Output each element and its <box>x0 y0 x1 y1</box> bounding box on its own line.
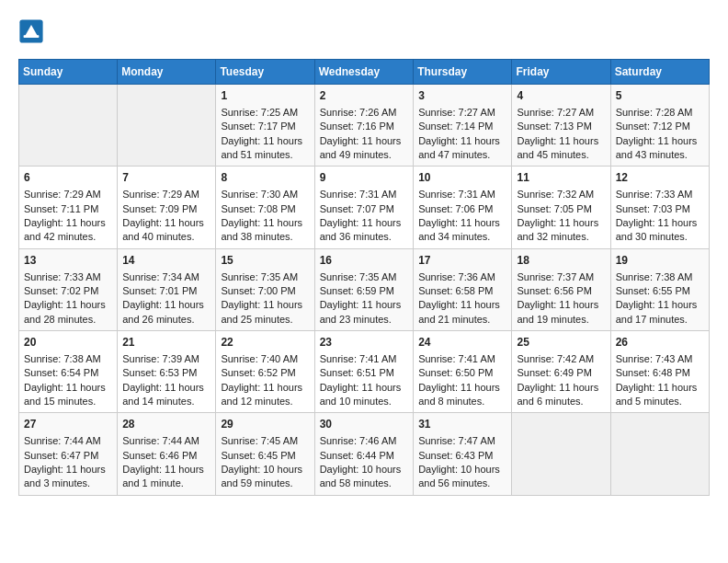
day-info-line: Sunrise: 7:43 AM <box>616 352 704 366</box>
day-number: 7 <box>122 170 210 186</box>
day-info-line: Daylight: 11 hours and 40 minutes. <box>122 216 210 245</box>
day-info-line: Sunrise: 7:35 AM <box>320 270 409 284</box>
day-info-line: Daylight: 11 hours and 15 minutes. <box>24 381 112 409</box>
day-info-line: Sunrise: 7:27 AM <box>517 106 605 120</box>
day-info-line: Daylight: 11 hours and 36 minutes. <box>320 216 409 245</box>
day-of-week-header: Sunday <box>19 60 118 85</box>
day-info-line: Sunset: 6:51 PM <box>320 366 409 380</box>
day-info-line: Daylight: 11 hours and 10 minutes. <box>320 381 409 409</box>
day-info-line: Sunrise: 7:28 AM <box>616 106 704 120</box>
day-info-line: Sunset: 7:16 PM <box>320 120 409 133</box>
day-info-line: Sunset: 6:52 PM <box>221 366 309 380</box>
day-of-week-header: Friday <box>512 60 610 85</box>
day-number: 26 <box>616 335 704 350</box>
day-info-line: Daylight: 11 hours and 23 minutes. <box>320 298 409 327</box>
day-info-line: Sunrise: 7:30 AM <box>221 188 309 201</box>
calendar-day-cell: 31Sunrise: 7:47 AMSunset: 6:43 PMDayligh… <box>414 413 512 495</box>
day-number: 10 <box>418 170 506 186</box>
day-number: 20 <box>24 335 112 350</box>
day-info-line: Sunset: 6:50 PM <box>418 366 506 380</box>
day-info-line: Sunrise: 7:44 AM <box>24 434 112 448</box>
day-info-line: Daylight: 11 hours and 42 minutes. <box>24 216 112 245</box>
day-number: 1 <box>221 88 309 104</box>
svg-rect-2 <box>24 35 40 38</box>
day-info-line: Sunrise: 7:42 AM <box>517 352 605 366</box>
day-number: 17 <box>418 253 506 269</box>
day-info-line: Sunset: 6:49 PM <box>517 366 605 380</box>
calendar-header: SundayMondayTuesdayWednesdayThursdayFrid… <box>19 60 710 85</box>
day-info-line: Sunset: 6:53 PM <box>122 366 210 380</box>
day-info-line: Sunset: 7:17 PM <box>221 120 309 133</box>
day-info-line: Sunrise: 7:29 AM <box>24 188 112 201</box>
calendar-day-cell <box>19 85 118 167</box>
calendar-day-cell: 24Sunrise: 7:41 AMSunset: 6:50 PMDayligh… <box>414 331 512 413</box>
day-info-line: Sunset: 7:05 PM <box>517 202 605 216</box>
day-number: 29 <box>221 417 309 432</box>
day-number: 28 <box>122 417 210 432</box>
calendar-day-cell: 9Sunrise: 7:31 AMSunset: 7:07 PMDaylight… <box>314 167 414 248</box>
day-number: 9 <box>320 170 409 186</box>
day-info-line: Sunrise: 7:32 AM <box>517 188 605 201</box>
day-number: 4 <box>517 88 605 104</box>
day-info-line: Sunrise: 7:31 AM <box>320 188 409 201</box>
day-info-line: Daylight: 11 hours and 28 minutes. <box>24 298 112 327</box>
day-number: 3 <box>418 88 506 104</box>
day-info-line: Daylight: 11 hours and 26 minutes. <box>122 298 210 327</box>
day-info-line: Sunset: 7:13 PM <box>517 120 605 133</box>
day-info-line: Daylight: 11 hours and 19 minutes. <box>517 298 605 327</box>
day-number: 6 <box>24 170 112 186</box>
calendar-day-cell <box>118 85 216 167</box>
day-info-line: Sunrise: 7:40 AM <box>221 352 309 366</box>
day-info-line: Sunset: 6:47 PM <box>24 449 112 463</box>
calendar-day-cell: 8Sunrise: 7:30 AMSunset: 7:08 PMDaylight… <box>216 167 314 248</box>
day-number: 31 <box>418 417 506 432</box>
day-info-line: Daylight: 11 hours and 1 minute. <box>122 463 210 491</box>
calendar-day-cell: 7Sunrise: 7:29 AMSunset: 7:09 PMDaylight… <box>118 167 216 248</box>
day-info-line: Sunset: 6:45 PM <box>221 449 309 463</box>
calendar-body: 1Sunrise: 7:25 AMSunset: 7:17 PMDaylight… <box>19 85 710 496</box>
calendar-day-cell: 12Sunrise: 7:33 AMSunset: 7:03 PMDayligh… <box>610 167 709 248</box>
calendar-day-cell: 2Sunrise: 7:26 AMSunset: 7:16 PMDaylight… <box>314 85 414 167</box>
calendar-week-row: 20Sunrise: 7:38 AMSunset: 6:54 PMDayligh… <box>19 331 710 413</box>
calendar-day-cell: 30Sunrise: 7:46 AMSunset: 6:44 PMDayligh… <box>314 413 414 495</box>
day-info-line: Sunrise: 7:35 AM <box>221 270 309 284</box>
calendar-day-cell <box>610 413 709 495</box>
day-info-line: Sunrise: 7:37 AM <box>517 270 605 284</box>
day-info-line: Sunset: 6:56 PM <box>517 284 605 298</box>
calendar-day-cell: 19Sunrise: 7:38 AMSunset: 6:55 PMDayligh… <box>610 248 709 330</box>
day-info-line: Daylight: 11 hours and 5 minutes. <box>616 381 704 409</box>
day-info-line: Sunrise: 7:36 AM <box>418 270 506 284</box>
day-number: 18 <box>517 253 605 269</box>
day-info-line: Sunrise: 7:46 AM <box>320 434 409 448</box>
day-info-line: Sunrise: 7:25 AM <box>221 106 309 120</box>
day-info-line: Sunset: 7:06 PM <box>418 202 506 216</box>
calendar-day-cell: 6Sunrise: 7:29 AMSunset: 7:11 PMDaylight… <box>19 167 118 248</box>
day-info-line: Sunrise: 7:38 AM <box>24 352 112 366</box>
calendar-day-cell: 22Sunrise: 7:40 AMSunset: 6:52 PMDayligh… <box>216 331 314 413</box>
day-info-line: Sunset: 6:48 PM <box>616 366 704 380</box>
day-info-line: Sunset: 7:11 PM <box>24 202 112 216</box>
day-number: 12 <box>616 170 704 186</box>
day-number: 27 <box>24 417 112 432</box>
day-number: 19 <box>616 253 704 269</box>
day-info-line: Sunset: 6:46 PM <box>122 449 210 463</box>
calendar-day-cell: 10Sunrise: 7:31 AMSunset: 7:06 PMDayligh… <box>414 167 512 248</box>
day-info-line: Sunrise: 7:39 AM <box>122 352 210 366</box>
day-info-line: Sunset: 7:14 PM <box>418 120 506 133</box>
day-info-line: Sunset: 7:09 PM <box>122 202 210 216</box>
day-of-week-header: Monday <box>118 60 216 85</box>
calendar-day-cell: 21Sunrise: 7:39 AMSunset: 6:53 PMDayligh… <box>118 331 216 413</box>
calendar-table: SundayMondayTuesdayWednesdayThursdayFrid… <box>18 59 710 496</box>
calendar-day-cell: 4Sunrise: 7:27 AMSunset: 7:13 PMDaylight… <box>512 85 610 167</box>
day-info-line: Sunset: 7:01 PM <box>122 284 210 298</box>
day-info-line: Sunset: 6:54 PM <box>24 366 112 380</box>
calendar-day-cell: 26Sunrise: 7:43 AMSunset: 6:48 PMDayligh… <box>610 331 709 413</box>
day-info-line: Daylight: 11 hours and 25 minutes. <box>221 298 309 327</box>
calendar-day-cell: 5Sunrise: 7:28 AMSunset: 7:12 PMDaylight… <box>610 85 709 167</box>
day-info-line: Sunset: 7:03 PM <box>616 202 704 216</box>
day-number: 30 <box>320 417 409 432</box>
calendar-day-cell: 3Sunrise: 7:27 AMSunset: 7:14 PMDaylight… <box>414 85 512 167</box>
calendar-day-cell: 28Sunrise: 7:44 AMSunset: 6:46 PMDayligh… <box>118 413 216 495</box>
logo-icon <box>18 18 44 44</box>
page-header <box>18 18 710 44</box>
